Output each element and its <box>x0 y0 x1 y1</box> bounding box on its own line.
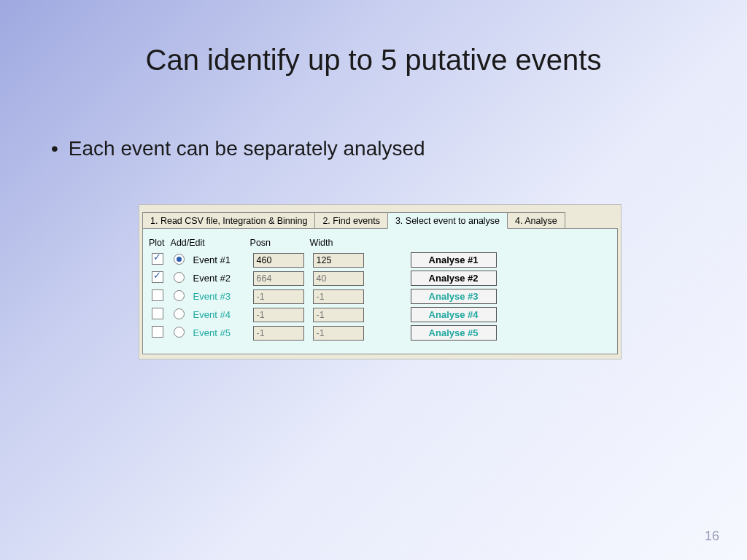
tab-analyse[interactable]: 4. Analyse <box>507 212 565 228</box>
tab-read-csv[interactable]: 1. Read CSV file, Integration & Binning <box>142 212 315 228</box>
table-row: Event #4 -1 -1 Analyse #4 <box>147 307 501 322</box>
analyse-button[interactable]: Analyse #1 <box>411 252 497 268</box>
event-label: Event #2 <box>193 273 244 284</box>
analyse-button[interactable]: Analyse #5 <box>411 325 497 341</box>
app-panel: 1. Read CSV file, Integration & Binning … <box>139 204 622 359</box>
posn-field[interactable]: 460 <box>253 253 304 268</box>
width-field[interactable]: -1 <box>313 289 364 304</box>
tab-find-events[interactable]: 2. Find events <box>314 212 388 228</box>
tab-bar: 1. Read CSV file, Integration & Binning … <box>139 205 621 228</box>
events-table: Plot Add/Edit Posn Width Event #1 460 12… <box>147 235 501 343</box>
posn-field[interactable]: -1 <box>253 308 304 322</box>
posn-field[interactable]: 664 <box>253 271 304 286</box>
event-radio[interactable] <box>174 308 185 319</box>
table-row: Event #2 664 40 Analyse #2 <box>147 271 501 286</box>
col-width: Width <box>309 238 368 249</box>
analyse-button[interactable]: Analyse #2 <box>411 271 497 286</box>
width-field[interactable]: 40 <box>313 271 364 286</box>
event-label: Event #4 <box>193 309 244 320</box>
event-radio[interactable] <box>174 327 185 338</box>
event-radio[interactable] <box>174 254 185 265</box>
page-number: 16 <box>705 529 719 544</box>
table-row: Event #1 460 125 Analyse #1 <box>147 252 501 268</box>
slide-bullet: Each event can be separately analysed <box>51 137 425 160</box>
analyse-button[interactable]: Analyse #3 <box>411 289 497 304</box>
col-plot: Plot <box>147 238 169 249</box>
posn-field[interactable]: -1 <box>253 289 304 304</box>
width-field[interactable]: 125 <box>313 253 364 268</box>
table-row: Event #5 -1 -1 Analyse #5 <box>147 325 501 341</box>
slide: Can identify up to 5 putative events Eac… <box>0 0 747 560</box>
plot-checkbox[interactable] <box>152 289 163 301</box>
event-label: Event #1 <box>193 254 244 265</box>
width-field[interactable]: -1 <box>313 326 364 341</box>
plot-checkbox[interactable] <box>152 253 163 265</box>
width-field[interactable]: -1 <box>313 308 364 322</box>
event-label: Event #3 <box>193 291 244 302</box>
plot-checkbox[interactable] <box>152 308 163 319</box>
event-radio[interactable] <box>174 272 185 283</box>
event-radio[interactable] <box>174 290 185 301</box>
tab-body: Plot Add/Edit Posn Width Event #1 460 12… <box>142 228 618 354</box>
plot-checkbox[interactable] <box>152 271 163 283</box>
col-addedit: Add/Edit <box>169 238 249 249</box>
posn-field[interactable]: -1 <box>253 326 304 341</box>
event-label: Event #5 <box>193 327 244 338</box>
analyse-button[interactable]: Analyse #4 <box>411 307 497 322</box>
col-posn: Posn <box>249 238 309 249</box>
slide-title: Can identify up to 5 putative events <box>0 44 747 77</box>
table-row: Event #3 -1 -1 Analyse #3 <box>147 289 501 304</box>
plot-checkbox[interactable] <box>152 326 163 338</box>
tab-select-event[interactable]: 3. Select event to analyse <box>387 212 508 229</box>
